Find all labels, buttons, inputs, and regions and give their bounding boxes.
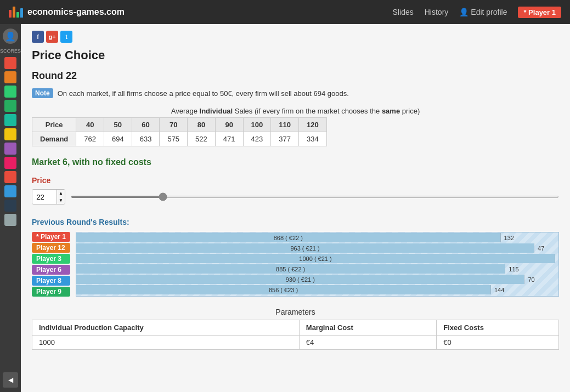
edit-profile-link[interactable]: 👤 Edit profile (459, 8, 507, 16)
slides-link[interactable]: Slides (393, 8, 414, 16)
chart-row: 868 ( €22 )132 (76, 232, 558, 243)
chart-score: 47 (534, 245, 544, 252)
price-up-btn[interactable]: ▲ (57, 190, 65, 197)
table-header-80: 80 (188, 118, 216, 132)
chart-row: 963 ( €21 )47 (76, 243, 558, 253)
caption-end: price) (400, 107, 420, 115)
sidebar-dot-4[interactable] (4, 100, 16, 112)
player-tag[interactable]: Player 3 (32, 254, 70, 264)
sidebar-dot-5[interactable] (4, 114, 16, 126)
table-header-50: 50 (104, 118, 132, 132)
table-cell: 522 (188, 132, 216, 146)
social-row: f g+ t (32, 31, 559, 43)
sidebar: 👤 SCORES ◀ (0, 24, 21, 392)
sidebar-dot-11[interactable] (4, 200, 16, 212)
player-tag[interactable]: Player 12 (32, 243, 70, 253)
price-demand-table: Price405060708090100110120 Demand7626946… (32, 117, 327, 146)
chart-bar: 868 ( €22 ) (76, 233, 500, 242)
table-cell: 471 (215, 132, 243, 146)
page-title: Price Choice (32, 48, 559, 63)
market-title: Market 6, with no fixed costs (32, 157, 559, 167)
table-cell: 334 (298, 132, 326, 146)
player-tag[interactable]: Player 8 (32, 276, 70, 286)
avatar: 👤 (3, 29, 18, 44)
parameters-table: Individual Production CapacityMarginal C… (32, 320, 559, 350)
params-header: Individual Production Capacity (32, 320, 300, 336)
note-badge: Note (32, 88, 53, 98)
chart-row: 1000 ( €21 ) (76, 253, 558, 264)
results-chart: 868 ( €22 )132963 ( €21 )471000 ( €21 )8… (76, 232, 559, 297)
user-icon: 👤 (459, 8, 469, 16)
brand-icon (9, 7, 23, 18)
price-down-btn[interactable]: ▼ (57, 197, 65, 204)
player-tag[interactable]: * Player 1 (32, 232, 70, 242)
caption-pre: Average (171, 107, 200, 115)
table-header-40: 40 (76, 118, 104, 132)
sidebar-dot-6[interactable] (4, 128, 16, 140)
edit-profile-label: Edit profile (471, 8, 507, 16)
chart-bar: 963 ( €21 ) (76, 243, 534, 253)
round-title: Round 22 (32, 70, 559, 82)
chart-score: 70 (524, 276, 534, 283)
top-nav: economics-games.com Slides History 👤 Edi… (0, 0, 570, 24)
sidebar-dot-9[interactable] (4, 171, 16, 183)
chart-bar: 885 ( €22 ) (76, 264, 505, 274)
player-tag[interactable]: Player 9 (32, 287, 70, 297)
table-cell: 575 (160, 132, 188, 146)
table-header-70: 70 (160, 118, 188, 132)
table-cell: 423 (243, 132, 271, 146)
player-tag[interactable]: Player 6 (32, 265, 70, 275)
params-value: €0 (437, 336, 559, 350)
sidebar-dot-7[interactable] (4, 143, 16, 155)
chart-bar: 856 ( €23 ) (76, 285, 491, 294)
history-link[interactable]: History (425, 8, 449, 16)
table-caption: Average Individual Sales (if every firm … (32, 107, 559, 115)
chart-row: 885 ( €22 )115 (76, 264, 558, 274)
googleplus-icon[interactable]: g+ (46, 31, 58, 43)
caption-post: Sales (if every firm on the market choos… (233, 107, 382, 115)
sidebar-dot-12[interactable] (4, 214, 16, 226)
chart-bar: 1000 ( €21 ) (76, 254, 555, 263)
price-slider[interactable] (71, 196, 559, 198)
params-value: €4 (299, 336, 436, 350)
table-header-100: 100 (243, 118, 271, 132)
facebook-icon[interactable]: f (32, 31, 44, 43)
scores-label: SCORES (0, 48, 21, 54)
sidebar-dot-1[interactable] (4, 57, 16, 69)
player-badge[interactable]: * Player 1 (518, 7, 561, 18)
table-header-60: 60 (132, 118, 160, 132)
table-header-120: 120 (298, 118, 326, 132)
caption-bold: Individual (200, 107, 233, 115)
chart-bar: 930 ( €21 ) (76, 275, 524, 284)
params-header: Fixed Costs (437, 320, 559, 336)
sidebar-dot-3[interactable] (4, 86, 16, 98)
table-cell: 633 (132, 132, 160, 146)
params-header: Marginal Cost (299, 320, 436, 336)
price-input-row: ▲ ▼ (32, 189, 559, 204)
sidebar-dot-8[interactable] (4, 157, 16, 169)
table-row-label: Demand (32, 132, 76, 146)
chart-score: 144 (491, 287, 504, 293)
price-input[interactable] (32, 190, 57, 204)
note-box: Note On each market, if all firms choose… (32, 88, 559, 98)
chart-row: 930 ( €21 )70 (76, 274, 558, 285)
previous-results-title: Previous Round's Results: (32, 218, 559, 226)
sidebar-dot-10[interactable] (4, 185, 16, 197)
sidebar-dot-2[interactable] (4, 71, 16, 83)
price-spinners: ▲ ▼ (57, 190, 65, 204)
chart-score: 132 (501, 235, 514, 241)
price-input-box: ▲ ▼ (32, 189, 65, 204)
parameters-section: Parameters Individual Production Capacit… (32, 308, 559, 350)
table-cell: 377 (271, 132, 299, 146)
sidebar-arrow-btn[interactable]: ◀ (3, 372, 18, 388)
results-container: * Player 1Player 12Player 3Player 6Playe… (32, 232, 559, 297)
players-column: * Player 1Player 12Player 3Player 6Playe… (32, 232, 70, 297)
twitter-icon[interactable]: t (60, 31, 72, 43)
table-cell: 762 (76, 132, 104, 146)
params-value: 1000 (32, 336, 300, 350)
main-content: f g+ t Price Choice Round 22 Note On eac… (21, 24, 570, 392)
table-header-Price: Price (32, 118, 76, 132)
parameters-title: Parameters (32, 308, 559, 316)
price-label: Price (32, 176, 559, 185)
table-cell: 694 (104, 132, 132, 146)
